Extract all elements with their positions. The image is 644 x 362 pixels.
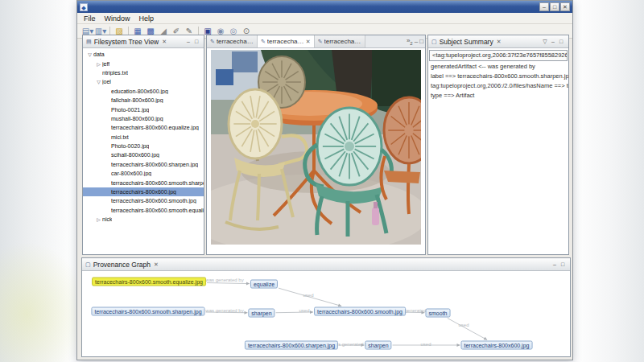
tree-item-terracechairs-800x600-jpg[interactable]: terracechairs-800x600.jpg: [83, 187, 204, 196]
tree-item-mici-txt[interactable]: mici.txt: [83, 133, 204, 142]
tree-item-label: ntriples.txt: [102, 70, 128, 76]
file-icon: ✎: [261, 39, 266, 45]
edge-label: generated: [404, 308, 426, 313]
graph-view-icon: ▢: [85, 261, 91, 268]
provenance-graph-view: ▢ Provenance Graph ✕ –□ terracechairs-80…: [81, 257, 571, 357]
tree-item-label: terracechairs-800x600.sharpen.jpg: [111, 162, 198, 167]
title-bar[interactable]: ◆ –□✕: [77, 1, 572, 13]
close-icon[interactable]: ✕: [154, 261, 159, 268]
graph-node-equalize[interactable]: equalize: [250, 280, 278, 289]
menu-window[interactable]: Window: [105, 14, 130, 23]
view-menu-icon[interactable]: ▽: [541, 39, 549, 45]
terracechairs-photo: [211, 50, 421, 245]
tree-item-label: Photo-0020.jpg: [111, 143, 149, 149]
window-close-button[interactable]: ✕: [560, 2, 570, 11]
summary-line-2[interactable]: generatedArtifact <-- was generated by: [428, 62, 568, 72]
menu-bar: FileWindowHelp: [77, 13, 572, 24]
tree-item-terracechairs-800x600-sharpen-jpg[interactable]: terracechairs-800x600.sharpen.jpg: [83, 160, 204, 169]
tree-item-joel[interactable]: ▽joel: [83, 77, 204, 86]
close-icon[interactable]: ✕: [497, 39, 502, 45]
window-minimize-button[interactable]: –: [539, 2, 549, 11]
summary-line-1[interactable]: <tag:tupeloproject.org,2006:37f23e7657f8…: [429, 50, 568, 61]
menu-help[interactable]: Help: [139, 14, 155, 23]
tree-item-mushall-800x600-jpg[interactable]: mushall-800x600.jpg: [83, 114, 204, 123]
graph-node-sharpen_jpg[interactable]: terracechairs-800x600.sharpen.jpg: [245, 341, 338, 350]
subject-summary-header[interactable]: ▢ Subject Summary ✕ ▽–□: [428, 35, 568, 48]
minimize-icon[interactable]: –: [184, 39, 192, 44]
summary-line-4[interactable]: tag:tupeloproject.org,2006:/2.0/files/ha…: [428, 81, 568, 91]
tree-item-label: data: [93, 51, 105, 57]
tree-expander-icon[interactable]: ▷: [95, 216, 102, 222]
tree-item-terracechairs-800x600-equalize-jpg[interactable]: terracechairs-800x600.equalize.jpg: [83, 123, 204, 132]
tree-item-jeff[interactable]: ▷jeff: [83, 59, 204, 68]
edge-label: was generated by: [205, 308, 243, 313]
tree-item-nick[interactable]: ▷nick: [83, 215, 204, 224]
maximize-icon[interactable]: □: [419, 38, 423, 45]
summary-line-3[interactable]: label ==> terracechairs-800x600.smooth.s…: [428, 72, 568, 81]
minimize-icon[interactable]: –: [415, 38, 418, 45]
tree-item-ntriples-txt[interactable]: ntriples.txt: [83, 68, 204, 77]
editor-tab-1[interactable]: ✎terracechairs-800...: [207, 35, 258, 47]
window-maximize-button[interactable]: □: [550, 2, 559, 11]
subject-summary-view: ▢ Subject Summary ✕ ▽–□ <tag:tupeloproje…: [427, 35, 569, 255]
filesystem-tree: ▽data▷jeffntriples.txt▽joeleducation-800…: [83, 48, 204, 254]
tree-item-label: fallchair-800x600.jpg: [111, 97, 163, 103]
provenance-graph-header[interactable]: ▢ Provenance Graph ✕ –□: [82, 258, 570, 271]
tree-item-label: mici.txt: [111, 134, 129, 140]
maximize-icon[interactable]: □: [192, 39, 200, 44]
tree-item-terracechairs-800x600-smooth-jpg[interactable]: terracechairs-800x600.smooth.jpg: [83, 196, 204, 205]
tree-item-photo-0021-jpg[interactable]: Photo-0021.jpg: [83, 105, 204, 113]
tree-item-car-800x600-jpg[interactable]: car-800x600.jpg: [83, 169, 204, 178]
close-icon[interactable]: ✕: [162, 39, 167, 45]
tree-item-label: terracechairs-800x600.equalize.jpg: [111, 125, 199, 130]
editor-tab-label: terracechairs-800...: [217, 38, 254, 45]
tree-item-label: jeff: [102, 61, 109, 67]
tree-item-fallchair-800x600-jpg[interactable]: fallchair-800x600.jpg: [83, 96, 204, 105]
tree-item-scihall-800x600-jpg[interactable]: scihall-800x600.jpg: [83, 150, 204, 159]
tab-list-icon[interactable]: »2: [407, 37, 413, 46]
tree-expander-icon[interactable]: ▽: [86, 51, 93, 57]
window-controls: –□✕: [539, 2, 570, 11]
tree-item-label: nick: [102, 216, 112, 222]
editor-tab-label: terracechairs-800...: [324, 38, 361, 45]
editor-tab-3[interactable]: ✎terracechairs-800...: [315, 35, 365, 47]
tree-item-label: terracechairs-800x600.smooth.jpg: [111, 198, 196, 204]
graph-node-sharpen_a[interactable]: sharpen: [248, 309, 275, 318]
edge-label: used: [303, 293, 313, 298]
editor-area: ✎terracechairs-800...✎terracechairs-800.…: [206, 35, 426, 255]
minimize-icon[interactable]: –: [551, 261, 559, 267]
tree-view-icon: ▤: [86, 39, 92, 45]
provenance-graph-title: Provenance Graph: [93, 261, 151, 269]
minimize-icon[interactable]: –: [549, 39, 557, 45]
graph-node-smooth_jpg[interactable]: terracechairs-800x600.smooth.jpg: [314, 307, 406, 316]
tab-list-count: 2: [410, 41, 412, 46]
tree-item-education-800x600-jpg[interactable]: education-800x600.jpg: [83, 87, 204, 96]
subject-summary-title: Subject Summary: [440, 38, 493, 46]
filesystem-tree-header[interactable]: ▤ Filesystem Tree View ✕ –□: [83, 35, 204, 48]
graph-node-smooth_sharpen_jpg[interactable]: terracechairs-800x600.smooth.sharpen.jpg: [91, 307, 204, 316]
provenance-graph-canvas: terracechairs-800x600.smooth.equalize.jp…: [82, 271, 570, 356]
tree-item-label: mushall-800x600.jpg: [111, 116, 163, 121]
maximize-icon[interactable]: □: [557, 39, 565, 45]
graph-node-terracechairs_jpg[interactable]: terracechairs-800x600.jpg: [461, 341, 533, 350]
editor-tab-bar: ✎terracechairs-800...✎terracechairs-800.…: [207, 35, 425, 48]
file-icon: ✎: [210, 39, 215, 45]
summary-line-5[interactable]: type ==> Artifact: [428, 91, 568, 101]
graph-node-smooth[interactable]: smooth: [426, 309, 451, 318]
app-window: ◆ –□✕ FileWindowHelp ▤▾▥▾▨▦▩◢✐✎▣◉◎⊙ ▤ Fi…: [76, 0, 573, 360]
menu-file[interactable]: File: [84, 14, 96, 23]
graph-node-smooth_equalize_jpg[interactable]: terracechairs-800x600.smooth.equalize.jp…: [92, 278, 206, 286]
editor-content: [207, 48, 425, 254]
tree-expander-icon[interactable]: ▷: [95, 61, 102, 67]
tree-item-terracechairs-800x600-smooth-sharpen-jpg[interactable]: terracechairs-800x600.smooth.sharpen.jpg: [83, 178, 204, 187]
graph-node-sharpen_b[interactable]: sharpen: [365, 341, 391, 350]
maximize-icon[interactable]: □: [559, 261, 567, 267]
close-icon[interactable]: ✕: [306, 39, 311, 45]
tree-item-label: terracechairs-800x600.smooth.equalize.jp…: [111, 208, 204, 213]
editor-tab-2[interactable]: ✎terracechairs-800...✕: [258, 35, 315, 47]
tree-item-data[interactable]: ▽data: [83, 50, 204, 59]
subject-summary-header-icons: ▽–□: [541, 39, 565, 45]
tree-expander-icon[interactable]: ▽: [95, 79, 102, 84]
tree-item-terracechairs-800x600-smooth-equalize-jpg[interactable]: terracechairs-800x600.smooth.equalize.jp…: [83, 206, 204, 215]
tree-item-photo-0020-jpg[interactable]: Photo-0020.jpg: [83, 142, 204, 150]
